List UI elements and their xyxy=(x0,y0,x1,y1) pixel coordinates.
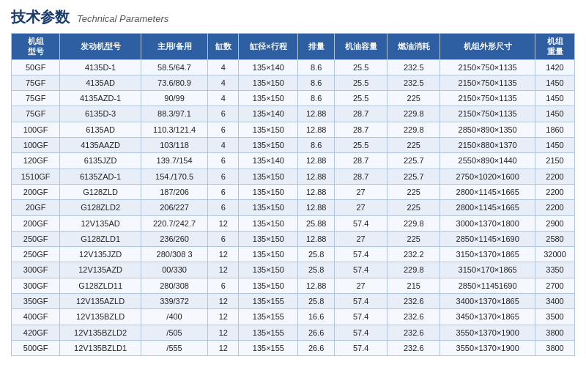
cell-displacement: 25.8 xyxy=(298,262,335,278)
cell-cylinders: 12 xyxy=(208,294,239,309)
cell-model: 300GF xyxy=(12,262,60,278)
cell-bore_stroke: 135×150 xyxy=(239,262,298,278)
cell-oil_capacity: 28.7 xyxy=(335,169,387,184)
title-en: Technical Parameters xyxy=(77,13,168,24)
cell-weight: 1860 xyxy=(535,122,575,137)
cell-oil_capacity: 57.4 xyxy=(335,262,387,278)
cell-dimensions: 3400×1370×1865 xyxy=(440,294,535,309)
col-header-cylinders: 缸数 xyxy=(208,34,239,60)
cell-cylinders: 12 xyxy=(208,215,239,231)
cell-primary_backup: /555 xyxy=(141,340,207,355)
cell-model: 75GF xyxy=(12,91,60,106)
col-header-dimensions: 机组外形尺寸 xyxy=(440,34,535,60)
cell-primary_backup: 154./170.5 xyxy=(141,169,207,184)
cell-weight: 2900 xyxy=(535,215,575,231)
cell-displacement: 12.88 xyxy=(298,184,335,199)
cell-displacement: 8.6 xyxy=(298,59,335,75)
cell-displacement: 25.8 xyxy=(298,294,335,309)
cell-model: 300GF xyxy=(12,278,60,293)
cell-oil_capacity: 28.7 xyxy=(335,122,387,137)
cell-dimensions: 2150×750×1135 xyxy=(440,106,535,122)
cell-bore_stroke: 135×155 xyxy=(239,325,298,340)
cell-bore_stroke: 135×150 xyxy=(239,247,298,262)
cell-fuel_consumption: 232.2 xyxy=(387,247,440,262)
table-row: 75GF4135AZD-190/994135×1508.625.52252150… xyxy=(12,91,575,106)
cell-dimensions: 2850×890×1350 xyxy=(440,122,535,137)
cell-engine: 12V135AD xyxy=(60,215,141,231)
cell-weight: 1450 xyxy=(535,106,575,122)
cell-bore_stroke: 135×140 xyxy=(239,59,298,75)
cell-cylinders: 6 xyxy=(208,231,239,246)
cell-dimensions: 2800×1145×1665 xyxy=(440,200,535,215)
cell-fuel_consumption: 232.5 xyxy=(387,59,440,75)
cell-engine: G128ZLD2 xyxy=(60,200,141,215)
cell-weight: 1450 xyxy=(535,138,575,153)
params-table: 机组 型号发动机型号主用/备用缸数缸径×行程排量机油容量燃油消耗机组外形尺寸机组… xyxy=(11,33,575,356)
cell-model: 120GF xyxy=(12,153,60,169)
cell-engine: 12V135BZLD2 xyxy=(60,325,141,340)
table-row: 200GFG128ZLD187/2066135×15012.8827225280… xyxy=(12,184,575,199)
cell-engine: G128ZLD xyxy=(60,184,141,199)
cell-primary_backup: 280/308 xyxy=(141,278,207,293)
cell-fuel_consumption: 225.7 xyxy=(387,169,440,184)
cell-oil_capacity: 25.5 xyxy=(335,91,387,106)
cell-dimensions: 2150×750×1135 xyxy=(440,59,535,75)
cell-fuel_consumption: 225 xyxy=(387,138,440,153)
cell-dimensions: 2850×1145×1690 xyxy=(440,231,535,246)
cell-displacement: 26.6 xyxy=(298,325,335,340)
cell-oil_capacity: 27 xyxy=(335,278,387,293)
cell-bore_stroke: 135×150 xyxy=(239,122,298,137)
cell-dimensions: 2850×11451690 xyxy=(440,278,535,293)
cell-oil_capacity: 25.5 xyxy=(335,75,387,90)
cell-displacement: 12.88 xyxy=(298,200,335,215)
cell-weight: 2150 xyxy=(535,153,575,169)
cell-fuel_consumption: 225 xyxy=(387,91,440,106)
cell-model: 200GF xyxy=(12,184,60,199)
table-row: 300GFG128ZLD11280/3086135×15012.88272152… xyxy=(12,278,575,293)
table-body: 50GF4135D-158.5/64.74135×1408.625.5232.5… xyxy=(12,59,575,356)
cell-cylinders: 4 xyxy=(208,75,239,90)
cell-primary_backup: 236/260 xyxy=(141,231,207,246)
cell-fuel_consumption: 215 xyxy=(387,278,440,293)
cell-model: 350GF xyxy=(12,294,60,309)
cell-fuel_consumption: 225 xyxy=(387,231,440,246)
cell-engine: 4135D-1 xyxy=(60,59,141,75)
table-row: 20GFG128ZLD2206/2276135×15012.8827225280… xyxy=(12,200,575,215)
cell-dimensions: 2800×1145×1665 xyxy=(440,184,535,199)
cell-displacement: 25.8 xyxy=(298,247,335,262)
cell-weight: 3800 xyxy=(535,340,575,355)
cell-bore_stroke: 135×150 xyxy=(239,231,298,246)
cell-primary_backup: 88.3/97.1 xyxy=(141,106,207,122)
cell-engine: 4135AAZD xyxy=(60,138,141,153)
cell-oil_capacity: 25.5 xyxy=(335,138,387,153)
cell-bore_stroke: 135×150 xyxy=(239,91,298,106)
cell-primary_backup: 73.6/80.9 xyxy=(141,75,207,90)
cell-fuel_consumption: 232.6 xyxy=(387,325,440,340)
cell-oil_capacity: 28.7 xyxy=(335,106,387,122)
cell-oil_capacity: 57.4 xyxy=(335,309,387,325)
col-header-model: 机组 型号 xyxy=(12,34,60,60)
cell-bore_stroke: 135×155 xyxy=(239,294,298,309)
table-row: 120GF6135JZD139.7/1546135×14012.8828.722… xyxy=(12,153,575,169)
cell-cylinders: 12 xyxy=(208,309,239,325)
cell-displacement: 8.6 xyxy=(298,138,335,153)
cell-bore_stroke: 135×150 xyxy=(239,75,298,90)
cell-primary_backup: 139.7/154 xyxy=(141,153,207,169)
cell-displacement: 12.88 xyxy=(298,106,335,122)
cell-engine: 6135D-3 xyxy=(60,106,141,122)
cell-model: 250GF xyxy=(12,247,60,262)
cell-displacement: 12.88 xyxy=(298,153,335,169)
cell-fuel_consumption: 225 xyxy=(387,184,440,199)
table-row: 100GF6135AD110.3/121.46135×15012.8828.72… xyxy=(12,122,575,137)
cell-weight: 3400 xyxy=(535,294,575,309)
cell-primary_backup: 339/372 xyxy=(141,294,207,309)
cell-bore_stroke: 135×155 xyxy=(239,309,298,325)
cell-oil_capacity: 28.7 xyxy=(335,153,387,169)
cell-model: 50GF xyxy=(12,59,60,75)
cell-oil_capacity: 27 xyxy=(335,184,387,199)
cell-primary_backup: /505 xyxy=(141,325,207,340)
cell-oil_capacity: 27 xyxy=(335,231,387,246)
cell-fuel_consumption: 225.7 xyxy=(387,153,440,169)
cell-engine: 4135AZD-1 xyxy=(60,91,141,106)
cell-model: 400GF xyxy=(12,309,60,325)
